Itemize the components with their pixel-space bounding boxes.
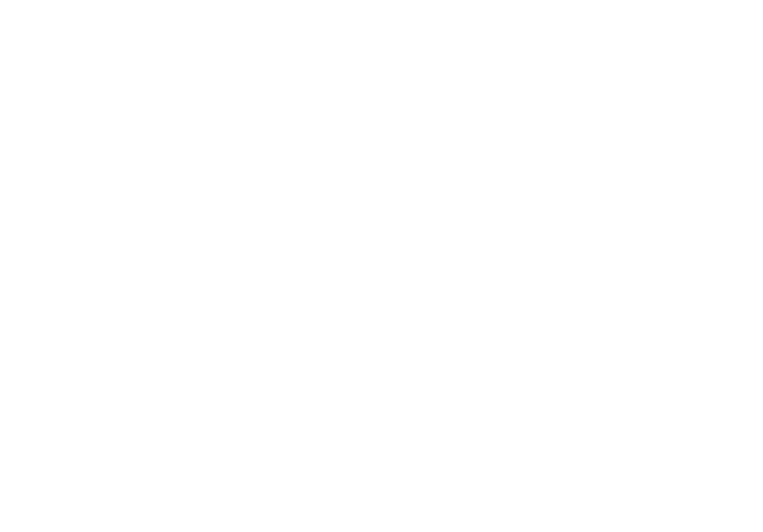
tree-diagram (0, 0, 763, 532)
